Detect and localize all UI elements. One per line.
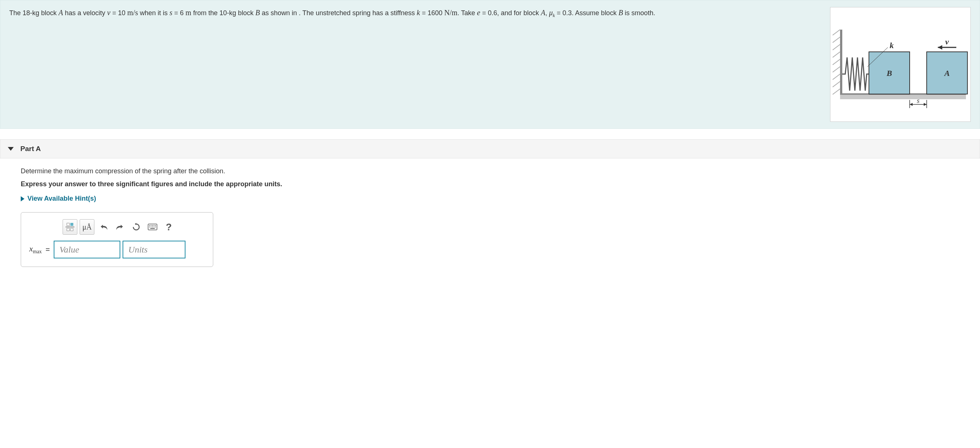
undo-button[interactable] bbox=[97, 220, 111, 234]
var-b: B bbox=[255, 8, 260, 17]
t: = 0.6, and for block bbox=[480, 9, 541, 17]
value-input[interactable]: Value bbox=[54, 241, 120, 259]
units-input[interactable]: Units bbox=[123, 241, 186, 259]
t: = 1600 bbox=[420, 9, 444, 17]
fig-label-s: s bbox=[917, 97, 919, 105]
svg-rect-26 bbox=[152, 225, 153, 226]
answer-row: xmax = Value Units bbox=[29, 241, 205, 259]
svg-rect-28 bbox=[155, 225, 156, 226]
svg-line-3 bbox=[833, 44, 840, 50]
var-a: A bbox=[541, 8, 545, 17]
t: from the 10-kg block bbox=[191, 9, 255, 17]
answer-variable: xmax bbox=[29, 244, 42, 255]
svg-rect-0 bbox=[840, 30, 842, 96]
t: when it is bbox=[138, 9, 170, 17]
t: , bbox=[545, 9, 549, 17]
t: = 6 bbox=[173, 9, 186, 17]
svg-rect-27 bbox=[154, 225, 154, 226]
svg-rect-31 bbox=[152, 227, 153, 227]
var-b: B bbox=[618, 8, 623, 17]
unit: N/m bbox=[444, 8, 458, 17]
svg-line-2 bbox=[833, 37, 840, 43]
redo-icon bbox=[116, 223, 124, 231]
svg-rect-33 bbox=[155, 227, 156, 227]
templates-button[interactable] bbox=[62, 219, 77, 235]
unit: m bbox=[186, 8, 191, 17]
var-e: e bbox=[477, 8, 480, 17]
view-hints-button[interactable]: View Available Hint(s) bbox=[21, 195, 959, 203]
svg-rect-25 bbox=[151, 225, 151, 226]
value-placeholder: Value bbox=[60, 245, 79, 255]
svg-marker-18 bbox=[910, 103, 913, 106]
answer-toolbar: μÅ ? bbox=[62, 219, 205, 235]
question-text: Determine the maximum compression of the… bbox=[21, 167, 959, 175]
t: is smooth. bbox=[623, 9, 655, 17]
keyboard-icon bbox=[148, 224, 158, 230]
equals-sign: = bbox=[46, 245, 50, 254]
t: as shown in . The unstretched spring has… bbox=[260, 9, 417, 17]
svg-line-6 bbox=[833, 67, 840, 72]
svg-marker-22 bbox=[135, 223, 136, 225]
fraction-icon bbox=[65, 223, 75, 231]
svg-rect-32 bbox=[154, 227, 154, 227]
svg-rect-29 bbox=[149, 227, 150, 227]
reset-button[interactable] bbox=[129, 220, 143, 234]
part-a-body: Determine the maximum compression of the… bbox=[0, 159, 980, 276]
problem-area: The 18-kg block A has a velocity v = 10 … bbox=[0, 0, 980, 129]
problem-text: The 18-kg block A has a velocity v = 10 … bbox=[9, 7, 822, 19]
svg-rect-24 bbox=[149, 225, 150, 226]
svg-marker-16 bbox=[938, 45, 942, 49]
mu-angstrom-icon: μÅ bbox=[82, 223, 91, 231]
collapse-icon bbox=[8, 147, 14, 151]
svg-rect-34 bbox=[150, 228, 155, 229]
t: has a velocity bbox=[63, 9, 107, 17]
var-a: A bbox=[59, 8, 63, 17]
figure: B A k v s bbox=[830, 7, 971, 122]
t: = 10 bbox=[110, 9, 127, 17]
var-v: v bbox=[107, 8, 110, 17]
fig-label-b: B bbox=[886, 68, 892, 78]
svg-line-4 bbox=[833, 52, 840, 57]
svg-line-9 bbox=[833, 89, 840, 94]
svg-line-8 bbox=[833, 81, 840, 87]
fig-label-v: v bbox=[945, 37, 949, 46]
t: . Take bbox=[458, 9, 477, 17]
answer-panel: μÅ ? xmax = Value bbox=[21, 212, 213, 267]
svg-rect-10 bbox=[840, 94, 966, 99]
answer-instruction: Express your answer to three significant… bbox=[21, 180, 959, 188]
expand-icon bbox=[21, 196, 24, 202]
fig-label-k: k bbox=[890, 41, 894, 50]
t: The 18-kg block bbox=[9, 9, 59, 17]
undo-icon bbox=[99, 223, 108, 231]
hints-label: View Available Hint(s) bbox=[27, 195, 96, 203]
fig-label-a: A bbox=[944, 68, 950, 78]
keyboard-button[interactable] bbox=[145, 220, 159, 234]
t: = 0.3. Assume block bbox=[555, 9, 619, 17]
var-sub: max bbox=[33, 249, 42, 255]
svg-line-1 bbox=[833, 30, 840, 35]
svg-line-5 bbox=[833, 59, 840, 65]
part-a-header[interactable]: Part A bbox=[0, 139, 980, 159]
var-s: s bbox=[170, 8, 173, 17]
figure-svg: B A k v s bbox=[830, 7, 970, 121]
unit: m/s bbox=[127, 8, 138, 17]
redo-button[interactable] bbox=[113, 220, 127, 234]
var-mu: μ bbox=[549, 8, 553, 17]
symbols-button[interactable]: μÅ bbox=[80, 219, 94, 235]
units-placeholder: Units bbox=[129, 245, 148, 255]
svg-marker-19 bbox=[924, 103, 927, 106]
part-a-title: Part A bbox=[21, 145, 41, 153]
svg-line-7 bbox=[833, 74, 840, 79]
var-x: x bbox=[29, 244, 33, 253]
svg-rect-30 bbox=[151, 227, 151, 227]
reset-icon bbox=[132, 223, 140, 231]
help-button[interactable]: ? bbox=[162, 220, 176, 234]
